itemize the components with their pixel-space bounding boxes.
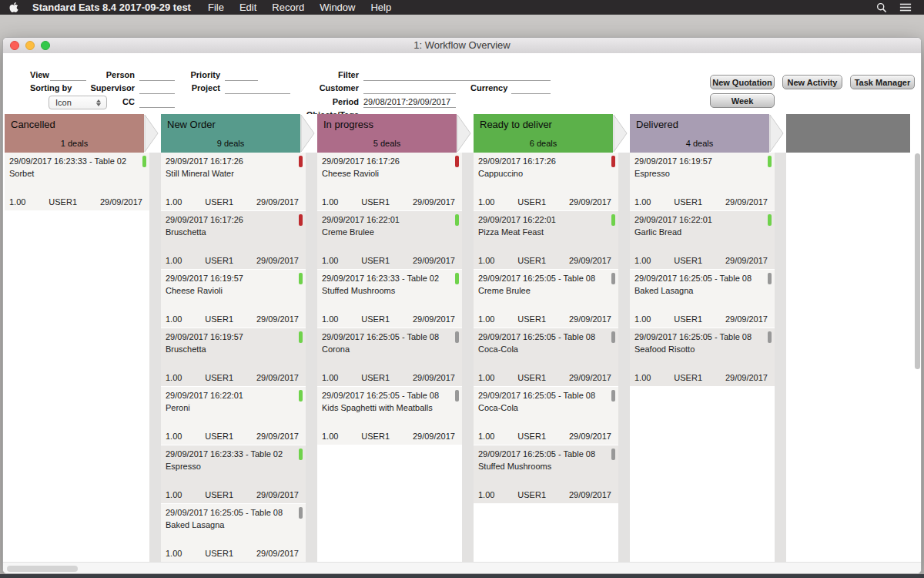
deal-status-bar (611, 214, 615, 226)
menu-item-help[interactable]: Help (370, 2, 391, 13)
column-header-new-order: New Order9 deals (161, 114, 300, 153)
deal-date: 29/09/2017 (569, 373, 611, 382)
deal-footer: 1.00USER129/09/2017 (478, 490, 611, 499)
deal-datetime: 29/09/2017 16:22:01 (634, 215, 712, 224)
deal-qty: 1.00 (166, 373, 182, 382)
customer-field[interactable] (363, 83, 456, 94)
column-divider (306, 153, 317, 562)
deal-user: USER1 (517, 256, 546, 265)
deal-datetime: 29/09/2017 16:25:05 - Table 08 (322, 332, 439, 341)
deal-card[interactable]: 29/09/2017 16:23:33 - Table 02Espresso1.… (161, 445, 306, 503)
deal-card[interactable]: 29/09/2017 16:22:01Creme Brulee1.00USER1… (317, 211, 462, 269)
deal-card[interactable]: 29/09/2017 16:22:01Garlic Bread1.00USER1… (630, 211, 775, 269)
deal-datetime: 29/09/2017 16:23:33 - Table 02 (166, 449, 283, 459)
deal-card[interactable]: 29/09/2017 16:19:57Cheese Ravioli1.00USE… (161, 270, 306, 328)
cc-field[interactable] (139, 97, 175, 108)
deal-date: 29/09/2017 (569, 314, 611, 324)
deal-card[interactable]: 29/09/2017 16:17:26Still Mineral Water1.… (161, 153, 306, 210)
deal-status-bar (768, 331, 772, 343)
deal-card[interactable]: 29/09/2017 16:22:01Pizza Meat Feast1.00U… (474, 211, 618, 269)
deal-date: 29/09/2017 (725, 197, 768, 207)
deal-qty: 1.00 (166, 490, 182, 499)
menu-item-window[interactable]: Window (320, 2, 355, 13)
filter-label: Filter (317, 70, 359, 80)
menu-item-file[interactable]: File (208, 2, 224, 13)
window-title-bar[interactable]: 1: Workflow Overview (3, 38, 921, 54)
deal-footer: 1.00USER129/09/2017 (322, 314, 455, 324)
deal-item-name: Kids Spaghetti with Meatballs (322, 403, 433, 412)
deal-status-bar (768, 156, 772, 167)
deal-card[interactable]: 29/09/2017 16:25:05 - Table 08Corona1.00… (317, 328, 462, 386)
deal-card[interactable]: 29/09/2017 16:25:05 - Table 08Baked Lasa… (630, 270, 775, 328)
person-label: Person (88, 70, 135, 80)
deal-qty: 1.00 (634, 197, 651, 207)
project-field[interactable] (225, 83, 290, 94)
deal-card[interactable]: 29/09/2017 16:17:26Bruschetta1.00USER129… (161, 211, 306, 269)
deal-card[interactable]: 29/09/2017 16:25:05 - Table 08Baked Lasa… (161, 504, 306, 562)
vertical-scrollbar[interactable] (915, 153, 920, 369)
deal-datetime: 29/09/2017 16:22:01 (478, 215, 556, 224)
column-divider (775, 153, 786, 562)
deal-user: USER1 (674, 197, 702, 207)
notification-list-icon[interactable] (899, 2, 912, 12)
app-menu-title[interactable]: Standard Eats 8.4 2017-09-29 test (32, 2, 191, 13)
new-quotation-button[interactable]: New Quotation (710, 75, 775, 89)
deal-status-bar (299, 390, 303, 402)
deal-card[interactable]: 29/09/2017 16:17:26Cappuccino1.00USER129… (474, 153, 618, 210)
sorting-by-popup[interactable]: Icon (49, 96, 107, 109)
column-header-ready-to-deliver: Ready to deliver6 deals (474, 114, 613, 153)
deal-card[interactable]: 29/09/2017 16:22:01Peroni1.00USER129/09/… (161, 387, 306, 445)
column-divider (618, 153, 630, 562)
column-title: New Order (167, 119, 216, 130)
deal-date: 29/09/2017 (569, 432, 611, 441)
new-activity-button[interactable]: New Activity (782, 75, 842, 89)
deal-card[interactable]: 29/09/2017 16:25:05 - Table 08Coca-Cola1… (474, 328, 618, 386)
filter-field[interactable] (363, 70, 551, 81)
deal-footer: 1.00USER129/09/2017 (478, 432, 611, 441)
deal-card[interactable]: 29/09/2017 16:17:26Cheese Ravioli1.00USE… (317, 153, 462, 210)
deal-status-bar (611, 156, 615, 167)
column-divider (149, 153, 161, 562)
deal-qty: 1.00 (166, 549, 182, 558)
currency-field[interactable] (511, 83, 551, 94)
column-header-in-progress: In progress5 deals (317, 114, 457, 153)
deal-card[interactable]: 29/09/2017 16:25:05 - Table 08Seafood Ri… (630, 328, 775, 386)
deal-date: 29/09/2017 (413, 256, 455, 265)
search-icon[interactable] (876, 2, 887, 13)
apple-menu-icon[interactable] (9, 2, 18, 13)
sorting-by-value: Icon (49, 98, 93, 107)
deal-user: USER1 (517, 490, 546, 499)
column-title: In progress (323, 119, 373, 130)
deal-user: USER1 (205, 256, 233, 265)
window-title: 1: Workflow Overview (3, 39, 921, 51)
week-button[interactable]: Week (710, 93, 775, 108)
deal-item-name: Coca-Cola (478, 403, 518, 412)
deal-card[interactable]: 29/09/2017 16:23:33 - Table 02Stuffed Mu… (317, 270, 462, 328)
deal-date: 29/09/2017 (256, 197, 299, 207)
menu-item-edit[interactable]: Edit (239, 2, 256, 13)
deal-card[interactable]: 29/09/2017 16:25:05 - Table 08Kids Spagh… (317, 387, 462, 445)
task-manager-button[interactable]: Task Manager (850, 75, 915, 89)
deal-datetime: 29/09/2017 16:25:05 - Table 08 (166, 508, 283, 517)
deal-datetime: 29/09/2017 16:19:57 (166, 332, 243, 341)
deal-card[interactable]: 29/09/2017 16:19:57Espresso1.00USER129/0… (630, 153, 775, 210)
view-field[interactable] (50, 70, 86, 81)
horizontal-scrollbar[interactable] (7, 566, 78, 572)
deal-datetime: 29/09/2017 16:22:01 (166, 391, 243, 400)
horizontal-scrollbar-track (3, 562, 921, 574)
deal-datetime: 29/09/2017 16:17:26 (478, 156, 556, 166)
priority-field[interactable] (225, 70, 258, 81)
deal-qty: 1.00 (9, 197, 25, 207)
period-label: Period (317, 97, 359, 107)
deal-card[interactable]: 29/09/2017 16:25:05 - Table 08Creme Brul… (474, 270, 618, 328)
deal-datetime: 29/09/2017 16:25:05 - Table 08 (478, 274, 595, 283)
deal-user: USER1 (205, 197, 233, 207)
deal-card[interactable]: 29/09/2017 16:23:33 - Table 02Sorbet1.00… (5, 153, 149, 210)
deal-card[interactable]: 29/09/2017 16:19:57Bruschetta1.00USER129… (161, 328, 306, 386)
supervisor-field[interactable] (139, 83, 175, 94)
person-field[interactable] (139, 70, 175, 81)
menu-item-record[interactable]: Record (272, 2, 304, 13)
period-field[interactable]: 29/08/2017:29/09/2017 (363, 97, 456, 108)
deal-card[interactable]: 29/09/2017 16:25:05 - Table 08Coca-Cola1… (474, 387, 618, 445)
deal-card[interactable]: 29/09/2017 16:25:05 - Table 08Stuffed Mu… (474, 445, 618, 503)
